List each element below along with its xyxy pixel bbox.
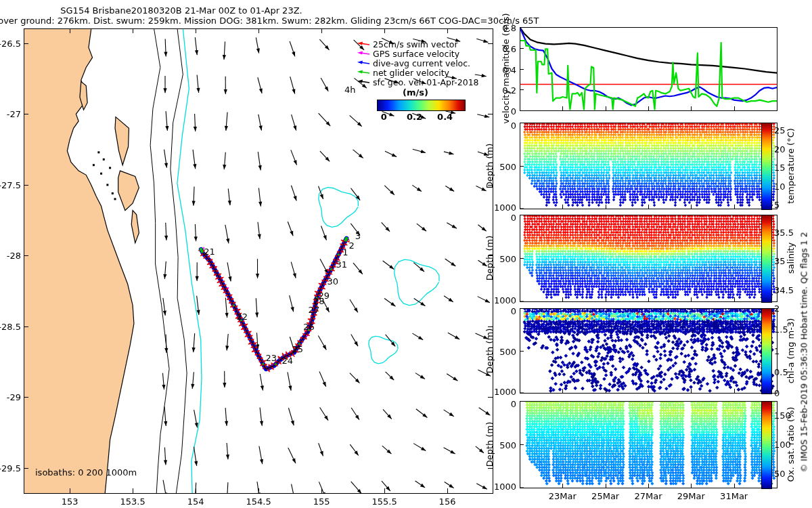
track-day-label: 27	[309, 305, 320, 314]
map-y-tick-label: -29	[7, 393, 21, 402]
track-day-label: 29	[318, 291, 330, 300]
depth-y-tick-label: 500	[499, 162, 516, 171]
track-day-label: 22	[237, 312, 248, 321]
track-day-label: 25	[292, 345, 303, 354]
date-tick-label: 31Mar	[720, 492, 748, 501]
chl-a-colorbar-label: chl-a (mg m-3)	[786, 318, 796, 383]
isobaths-note: isobaths: 0 200 1000m	[35, 468, 137, 477]
map-y-tick-label: -27.5	[0, 180, 21, 189]
figure-title-line2: Dist. over ground: 276km. Dist. swum: 25…	[0, 16, 539, 25]
legend-item-label: GPS surface velocity	[373, 49, 459, 59]
velocity-y-tick-label: 0	[511, 106, 516, 115]
velocity-y-tick-label: 0.8	[502, 23, 516, 32]
legend-item-label: sfc geo. vel. 01-Apr-2018	[373, 77, 479, 87]
depth-axis-label: Depth (m)	[484, 143, 495, 188]
legend-time-scale-label: 4h	[344, 85, 356, 94]
map-y-tick-label: -29.5	[0, 464, 21, 473]
salinity-colorbar	[761, 215, 772, 303]
legend-colorbar-tick-label: 0	[381, 112, 387, 121]
legend-arrow-icon	[357, 41, 370, 47]
track-day-label: 21	[204, 247, 215, 256]
legend-item: GPS surface velocity	[357, 49, 479, 58]
track-day-label: 3	[355, 232, 361, 240]
track-day-label: 26	[303, 322, 315, 331]
temperature-colorbar-tick-label: 25	[774, 126, 786, 135]
legend-item-label: net glider velocity	[373, 68, 449, 78]
date-tick-label: 25Mar	[591, 492, 619, 501]
depth-axis-label: Depth (m)	[484, 328, 495, 373]
depth-y-tick-label: 0	[511, 121, 516, 130]
map-x-tick-label: 155	[313, 497, 330, 506]
legend-item-label: dive-avg current veloc.	[373, 58, 470, 68]
temperature-colorbar-tick-label: 15	[774, 163, 786, 172]
legend-colorbar	[377, 100, 466, 111]
map-y-tick-label: -28	[7, 251, 21, 260]
depth-y-tick-label: 500	[499, 254, 516, 263]
track-day-label: 30	[328, 277, 339, 286]
map-y-tick-label: -27	[7, 110, 21, 119]
salinity-colorbar-tick-label: 35.5	[774, 228, 794, 236]
chl-a-colorbar	[761, 308, 772, 394]
depth-axis-label: Depth (m)	[484, 236, 495, 281]
depth-y-tick-label: 0	[511, 307, 516, 316]
chl-a-colorbar-tick-label: 0	[774, 389, 780, 398]
depth-axis-label: Depth (m)	[484, 422, 495, 467]
salinity-colorbar-tick-label: 34.5	[774, 285, 794, 294]
temperature-colorbar	[761, 123, 772, 210]
legend-item-label: 25cm/s swim vector	[373, 39, 458, 49]
depth-y-tick-label: 1000	[494, 296, 516, 305]
legend-arrow-icon	[357, 69, 370, 76]
temperature-colorbar-tick-label: 5	[774, 200, 780, 209]
salinity-colorbar-label: salinity	[786, 242, 796, 274]
depth-y-tick-label: 0	[511, 400, 516, 408]
date-tick-label: 29Mar	[677, 492, 705, 501]
track-day-label: 24	[282, 356, 294, 365]
chl-a-colorbar-tick-label: 2	[774, 304, 780, 313]
legend-colorbar-title: (m/s)	[403, 88, 428, 97]
legend-arrow-icon	[357, 79, 370, 85]
depth-y-tick-label: 500	[499, 440, 516, 449]
track-day-label: 2	[349, 240, 355, 249]
date-tick-label: 23Mar	[549, 492, 577, 501]
depth-y-tick-label: 1000	[494, 387, 516, 396]
imos-watermark: © IMOS 15-Feb-2019 05:36:30 Hobart time.…	[799, 232, 809, 473]
date-tick-label: 27Mar	[634, 492, 662, 501]
legend-item: sfc geo. vel. 01-Apr-2018	[357, 77, 479, 87]
map-y-tick-label: -28.5	[0, 322, 21, 331]
legend-item: net glider velocity	[357, 68, 479, 77]
legend-arrow-icon	[357, 60, 370, 66]
map-x-tick-label: 154	[187, 497, 204, 506]
legend-arrow-icon	[357, 50, 370, 57]
figure-title-line1: SG154 Brisbane20180320B 21-Mar 00Z to 01…	[60, 6, 302, 15]
temperature-colorbar-tick-label: 20	[774, 144, 786, 153]
velocity-y-tick-label: 0.2	[502, 85, 516, 94]
map-x-tick-label: 155.5	[371, 497, 397, 506]
salinity-colorbar-tick-label: 35	[774, 257, 786, 266]
map-legend: 25cm/s swim vector GPS surface velocity …	[357, 39, 479, 87]
map-x-tick-label: 154.5	[246, 497, 271, 506]
track-day-label: 23	[265, 353, 277, 362]
track-day-label: 31	[336, 260, 348, 269]
legend-item: 25cm/s swim vector	[357, 39, 479, 49]
temperature-colorbar-tick-label: 10	[774, 182, 786, 190]
temperature-colorbar-label: temperature (°C)	[786, 128, 796, 204]
map-x-tick-label: 153.5	[120, 497, 145, 506]
depth-y-tick-label: 1000	[494, 482, 516, 491]
map-x-tick-label: 153	[62, 497, 78, 506]
oxygen-colorbar-label: Ox. sat. ratio (%)	[786, 407, 796, 482]
depth-y-tick-label: 500	[499, 347, 516, 356]
oxygen-colorbar	[761, 401, 772, 489]
map-x-tick-label: 156	[439, 497, 456, 506]
oxygen-colorbar-tick-label: 50	[774, 469, 786, 478]
depth-y-tick-label: 1000	[494, 203, 516, 212]
velocity-y-tick-label: 0.4	[502, 65, 516, 74]
glider-mission-figure: SG154 Brisbane20180320B 21-Mar 00Z to 01…	[0, 0, 812, 508]
map-y-tick-label: -26.5	[0, 39, 21, 47]
chl-a-colorbar-tick-label: 1	[774, 346, 780, 355]
legend-colorbar-tick-label: 0.4	[437, 112, 453, 121]
velocity-y-tick-label: 0.6	[502, 44, 516, 53]
depth-y-tick-label: 0	[511, 213, 516, 222]
track-day-label: 1	[342, 248, 348, 257]
legend-item: dive-avg current veloc.	[357, 58, 479, 68]
legend-colorbar-tick-label: 0.2	[407, 112, 422, 121]
